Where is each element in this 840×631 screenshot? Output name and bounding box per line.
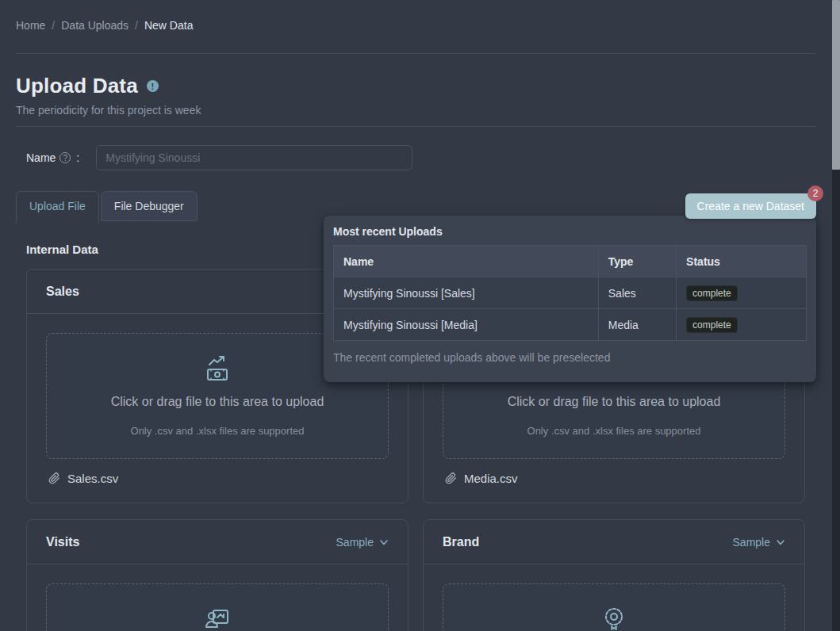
card-visits: Visits Sample	[26, 519, 408, 631]
name-label: Name	[26, 151, 56, 164]
attached-file-name: Media.csv	[464, 472, 518, 485]
upload-status-cell: complete	[677, 277, 807, 309]
upload-dropzone-brand[interactable]: Click or drag file to this area to uploa…	[443, 583, 785, 631]
question-circle-icon[interactable]: ?	[59, 152, 71, 163]
divider	[16, 126, 816, 127]
upload-name-cell: Mystifying Sinoussi [Media]	[334, 309, 599, 341]
card-brand: Brand Sample	[423, 519, 805, 631]
card-brand-header: Brand Sample	[424, 520, 804, 564]
popover-title: Most recent Uploads	[333, 224, 807, 238]
money-trend-icon	[203, 354, 232, 383]
upload-status-cell: complete	[677, 309, 807, 341]
tab-file-debugger[interactable]: File Debugger	[101, 191, 198, 221]
sample-dropdown-label: Sample	[336, 536, 374, 549]
breadcrumb-separator: /	[52, 19, 55, 32]
recent-uploads-popover: Most recent Uploads Name Type Status Mys…	[324, 216, 816, 382]
attached-file-sales[interactable]: Sales.csv	[46, 469, 389, 487]
card-visits-title: Visits	[46, 535, 79, 549]
tab-upload-file[interactable]: Upload File	[16, 191, 99, 224]
table-header-row: Name Type Status	[334, 246, 807, 277]
page-title: Upload Data	[16, 74, 138, 98]
sample-dropdown-brand[interactable]: Sample	[733, 536, 785, 549]
chevron-down-icon	[776, 537, 785, 547]
presentation-icon	[203, 605, 232, 631]
name-input[interactable]	[96, 145, 412, 170]
status-badge: complete	[686, 285, 738, 301]
upload-type-cell: Sales	[598, 277, 676, 309]
column-header-name: Name	[334, 246, 599, 277]
card-brand-title: Brand	[443, 535, 479, 549]
upload-dropzone-visits[interactable]: Click or drag file to this area to uploa…	[46, 583, 389, 631]
table-row[interactable]: Mystifying Sinoussi [Media] Media comple…	[334, 309, 807, 341]
scrollbar-thumb[interactable]	[832, 0, 840, 170]
medal-icon	[600, 605, 628, 631]
breadcrumb: Home / Data Uploads / New Data	[16, 0, 816, 32]
scrollbar-track[interactable]	[832, 0, 840, 631]
card-sales-title: Sales	[46, 285, 79, 299]
page-subtitle: The periodicity for this project is week	[16, 104, 816, 117]
create-dataset-button[interactable]: Create a new Dataset	[685, 193, 816, 219]
column-header-status: Status	[677, 246, 807, 277]
recent-uploads-table: Name Type Status Mystifying Sinoussi [Sa…	[333, 245, 807, 341]
column-header-type: Type	[598, 246, 676, 277]
chevron-down-icon	[379, 537, 389, 547]
status-badge: complete	[686, 317, 738, 333]
breadcrumb-separator: /	[135, 19, 138, 32]
popover-footer-note: The recent completed uploads above will …	[333, 351, 807, 364]
breadcrumb-new-data: New Data	[144, 19, 193, 32]
upload-type-cell: Media	[598, 309, 676, 341]
upload-hint: Only .csv and .xlsx files are supported	[527, 424, 701, 438]
upload-text: Click or drag file to this area to uploa…	[111, 392, 324, 411]
upload-text: Click or drag file to this area to uploa…	[508, 392, 721, 411]
paperclip-icon	[445, 472, 457, 484]
card-visits-header: Visits Sample	[27, 520, 408, 564]
upload-name-cell: Mystifying Sinoussi [Sales]	[334, 277, 599, 309]
breadcrumb-home[interactable]: Home	[16, 19, 45, 32]
divider	[16, 53, 816, 54]
sample-dropdown-visits[interactable]: Sample	[336, 536, 389, 549]
name-label-colon: :	[76, 151, 79, 164]
sample-dropdown-label: Sample	[733, 536, 770, 549]
breadcrumb-data-uploads[interactable]: Data Uploads	[61, 19, 128, 32]
name-form-row: Name ? :	[26, 145, 816, 170]
table-row[interactable]: Mystifying Sinoussi [Sales] Sales comple…	[334, 277, 807, 309]
paperclip-icon	[48, 472, 60, 484]
attached-file-name: Sales.csv	[67, 472, 118, 485]
exclamation-circle-icon[interactable]: !	[147, 80, 159, 92]
attached-file-media[interactable]: Media.csv	[443, 469, 785, 487]
notification-count-badge: 2	[807, 185, 823, 201]
upload-hint: Only .csv and .xlsx files are supported	[131, 424, 305, 438]
